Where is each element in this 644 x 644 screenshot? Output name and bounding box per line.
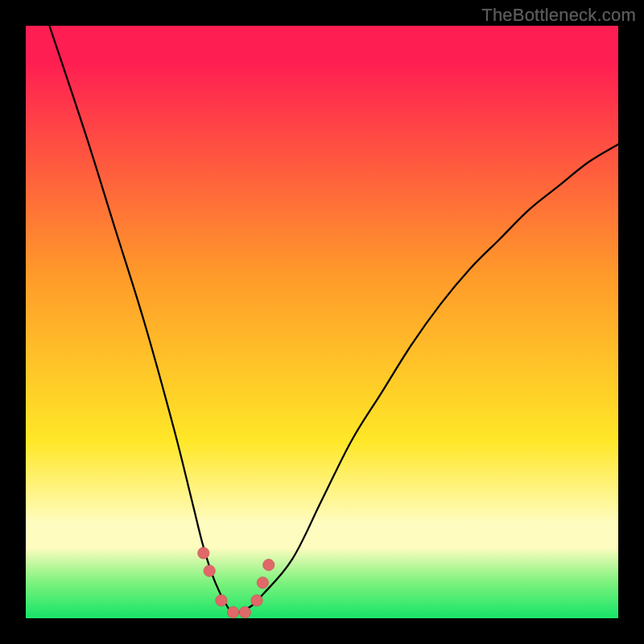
marker-dot [204, 565, 215, 576]
marker-dot [257, 577, 268, 588]
watermark-text: TheBottleneck.com [481, 5, 636, 26]
marker-dot [227, 606, 238, 617]
marker-dot [216, 595, 227, 606]
marker-dot [251, 595, 262, 606]
marker-dot [263, 559, 275, 571]
chart-frame: TheBottleneck.com [0, 0, 644, 644]
chart-svg [26, 26, 618, 618]
bottleneck-curve [49, 26, 618, 613]
marker-dot [239, 606, 250, 617]
sweet-spot-markers [198, 547, 275, 618]
plot-area [26, 26, 618, 618]
marker-dot [198, 547, 209, 559]
